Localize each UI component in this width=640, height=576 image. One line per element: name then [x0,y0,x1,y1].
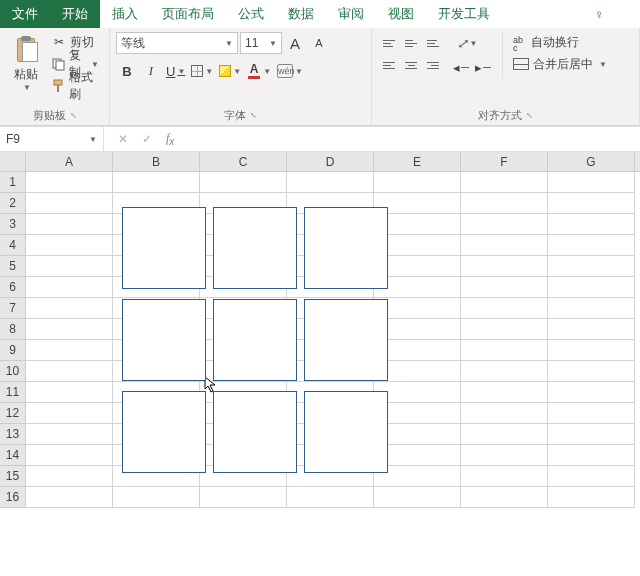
fill-color-button[interactable]: ▼ [217,60,243,82]
cell[interactable] [548,487,635,508]
tab-page-layout[interactable]: 页面布局 [150,0,226,28]
select-all-corner[interactable] [0,152,26,172]
cell[interactable] [200,487,287,508]
cell[interactable] [287,487,374,508]
cell[interactable] [548,277,635,298]
dialog-launcher-icon[interactable]: ⤡ [526,111,533,120]
tab-data[interactable]: 数据 [276,0,326,28]
cell[interactable] [461,424,548,445]
cell[interactable] [461,277,548,298]
column-header[interactable]: E [374,152,461,171]
cell[interactable] [26,235,113,256]
rectangle-shape[interactable] [213,391,297,473]
rectangle-shape[interactable] [304,391,388,473]
italic-button[interactable]: I [140,60,162,82]
cell[interactable] [548,172,635,193]
cell[interactable] [548,403,635,424]
cell[interactable] [548,445,635,466]
tab-formula[interactable]: 公式 [226,0,276,28]
cell[interactable] [548,466,635,487]
phonetic-button[interactable]: wén▼ [275,60,305,82]
cell[interactable] [26,487,113,508]
column-header[interactable]: B [113,152,200,171]
cell[interactable] [548,235,635,256]
cell[interactable] [548,424,635,445]
row-header[interactable]: 9 [0,340,25,361]
tab-file[interactable]: 文件 [0,0,50,28]
cell[interactable] [548,298,635,319]
rectangle-shape[interactable] [122,207,206,289]
cell[interactable] [26,403,113,424]
cell[interactable] [200,172,287,193]
cell[interactable] [26,445,113,466]
cell[interactable] [113,172,200,193]
cell[interactable] [26,340,113,361]
cell[interactable] [548,340,635,361]
cell[interactable] [26,298,113,319]
orientation-button[interactable]: ⤢▼ [450,32,484,54]
align-center-button[interactable] [400,54,422,76]
align-top-button[interactable] [378,32,400,54]
cell[interactable] [113,487,200,508]
cell[interactable] [287,172,374,193]
tab-view[interactable]: 视图 [376,0,426,28]
tab-home[interactable]: 开始 [50,0,100,28]
font-name-combo[interactable]: 等线▼ [116,32,238,54]
search-icon[interactable] [616,6,630,23]
dialog-launcher-icon[interactable]: ⤡ [70,111,77,120]
cell[interactable] [374,487,461,508]
cell[interactable] [26,319,113,340]
cell[interactable] [461,382,548,403]
cell[interactable] [548,256,635,277]
cell[interactable] [461,214,548,235]
chevron-down-icon[interactable]: ▼ [91,60,99,69]
align-bottom-button[interactable] [422,32,444,54]
row-header[interactable]: 12 [0,403,25,424]
cell[interactable] [26,361,113,382]
cell[interactable] [461,193,548,214]
row-header[interactable]: 4 [0,235,25,256]
row-header[interactable]: 10 [0,361,25,382]
formula-input[interactable] [188,127,640,151]
cell[interactable] [461,487,548,508]
cell[interactable] [26,466,113,487]
row-header[interactable]: 11 [0,382,25,403]
bold-button[interactable]: B [116,60,138,82]
row-header[interactable]: 7 [0,298,25,319]
cell[interactable] [461,298,548,319]
cell[interactable] [461,235,548,256]
name-box[interactable]: F9 ▼ [0,127,104,151]
wrap-text-button[interactable]: ab c 自动换行 [509,32,611,52]
cell[interactable] [26,193,113,214]
cell[interactable] [461,340,548,361]
rectangle-shape[interactable] [122,299,206,381]
tell-me-icon[interactable]: ♀ [594,7,604,22]
cell[interactable] [548,382,635,403]
format-painter-button[interactable]: 格式刷 [48,76,103,96]
column-header[interactable]: A [26,152,113,171]
cell[interactable] [461,361,548,382]
cell[interactable] [548,214,635,235]
font-color-button[interactable]: A▼ [245,60,273,82]
align-right-button[interactable] [422,54,444,76]
increase-indent-button[interactable]: ▸ [472,56,494,78]
cell[interactable] [26,382,113,403]
column-header[interactable]: D [287,152,374,171]
row-header[interactable]: 6 [0,277,25,298]
row-header[interactable]: 13 [0,424,25,445]
tab-developer[interactable]: 开发工具 [426,0,502,28]
align-middle-button[interactable] [400,32,422,54]
enter-icon[interactable]: ✓ [142,132,152,146]
cell[interactable] [461,445,548,466]
column-header[interactable]: F [461,152,548,171]
row-header[interactable]: 1 [0,172,25,193]
cell[interactable] [461,172,548,193]
cell[interactable] [26,256,113,277]
cell[interactable] [548,193,635,214]
cell[interactable] [461,319,548,340]
cell[interactable] [461,403,548,424]
cell[interactable] [26,172,113,193]
paste-button[interactable]: 粘贴 ▼ [6,32,46,96]
merge-center-button[interactable]: 合并后居中 ▼ [509,54,611,74]
cancel-icon[interactable]: ✕ [118,132,128,146]
